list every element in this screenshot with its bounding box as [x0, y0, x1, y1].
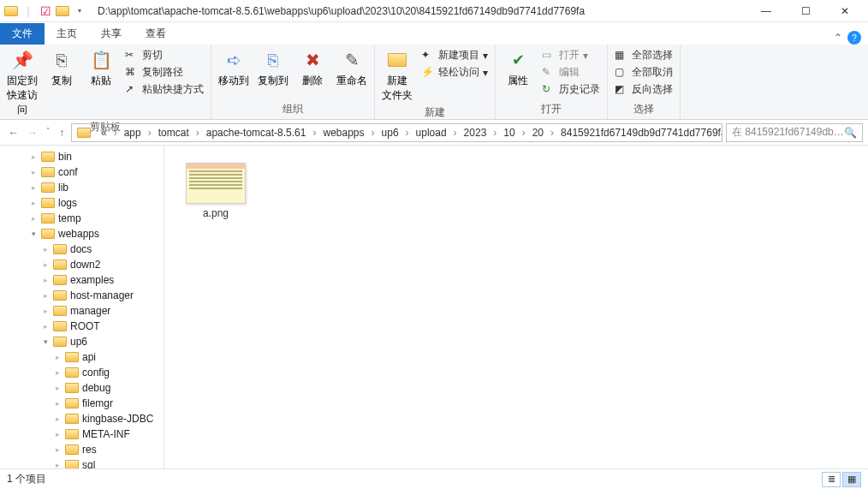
tab-view[interactable]: 查看: [134, 23, 178, 45]
breadcrumb-segment[interactable]: apache-tomcat-8.5.61: [201, 127, 312, 139]
select-none-button[interactable]: ▢全部取消: [615, 65, 673, 80]
breadcrumb-segment[interactable]: app: [119, 127, 146, 139]
tree-item[interactable]: ▸res: [0, 442, 163, 457]
tree-item[interactable]: ▸examples: [0, 272, 163, 288]
tree-item[interactable]: ▾up6: [0, 334, 163, 349]
invert-selection-button[interactable]: ◩反向选择: [615, 82, 673, 97]
ribbon-toggle-icon[interactable]: ⌃: [834, 32, 842, 44]
history-button[interactable]: ↻历史记录: [542, 82, 600, 97]
tree-item[interactable]: ▸debug: [0, 380, 163, 396]
breadcrumb-segment[interactable]: 8415921fd67149db9d7741dd7769fadd: [556, 127, 722, 139]
folder-tree[interactable]: ▸bin▸conf▸lib▸logs▸temp▾webapps▸docs▸dow…: [0, 146, 164, 468]
chevron-icon[interactable]: ▸: [53, 430, 62, 438]
recent-dropdown[interactable]: ˅: [46, 127, 51, 139]
chevron-icon[interactable]: ▸: [41, 307, 50, 315]
chevron-icon[interactable]: ▸: [41, 260, 50, 269]
back-button[interactable]: ←: [9, 127, 19, 139]
up-button[interactable]: ↑: [59, 127, 64, 139]
tab-file[interactable]: 文件: [0, 23, 45, 45]
forward-button[interactable]: →: [27, 127, 38, 139]
tree-item-label: temp: [58, 212, 81, 224]
tree-item[interactable]: ▸filemgr: [0, 396, 163, 411]
chevron-icon[interactable]: ▸: [29, 168, 38, 176]
pin-quick-access-button[interactable]: 📌 固定到 快速访问: [3, 46, 41, 119]
chevron-icon[interactable]: ▸: [41, 276, 50, 284]
easy-access-button[interactable]: ⚡轻松访问 ▾: [421, 65, 488, 80]
rename-button[interactable]: ✎重命名: [333, 46, 371, 90]
paste-button[interactable]: 📋 粘贴: [82, 46, 120, 90]
new-item-button[interactable]: ✦新建项目 ▾: [421, 48, 488, 63]
chevron-icon[interactable]: ▾: [29, 230, 38, 238]
select-all-button[interactable]: ▦全部选择: [615, 48, 673, 63]
delete-button[interactable]: ✖删除: [294, 46, 331, 90]
cut-button[interactable]: ✂剪切: [125, 48, 204, 63]
breadcrumb-bar[interactable]: «›app›tomcat›apache-tomcat-8.5.61›webapp…: [71, 123, 722, 142]
tree-item[interactable]: ▸down2: [0, 257, 163, 272]
tab-home[interactable]: 主页: [45, 23, 89, 45]
chevron-icon[interactable]: ▸: [29, 183, 38, 192]
close-button[interactable]: ✕: [825, 0, 865, 22]
chevron-icon[interactable]: ▸: [41, 291, 50, 300]
tree-item[interactable]: ▸docs: [0, 242, 163, 257]
chevron-icon[interactable]: ▸: [41, 322, 50, 331]
details-view-button[interactable]: ≣: [822, 472, 841, 487]
tab-share[interactable]: 共享: [89, 23, 134, 45]
open-button[interactable]: ▭打开 ▾: [542, 48, 600, 63]
tree-item-label: debug: [82, 382, 110, 394]
tree-item[interactable]: ▸host-manager: [0, 288, 163, 303]
paste-shortcut-button[interactable]: ↗粘贴快捷方式: [125, 82, 204, 97]
tree-item[interactable]: ▸sql: [0, 457, 163, 468]
tree-item[interactable]: ▸bin: [0, 149, 163, 164]
chevron-icon[interactable]: ▸: [53, 445, 62, 454]
chevron-icon[interactable]: ▾: [41, 337, 50, 346]
tree-item[interactable]: ▸manager: [0, 303, 163, 319]
new-folder-button[interactable]: 新建 文件夹: [378, 46, 416, 104]
qat-dropdown-icon[interactable]: ▾: [72, 3, 87, 19]
tree-item[interactable]: ▸logs: [0, 195, 163, 211]
tree-item[interactable]: ▸config: [0, 365, 163, 380]
tree-item[interactable]: ▸api: [0, 349, 163, 365]
breadcrumb-segment[interactable]: upload: [411, 127, 452, 139]
folder-open-icon[interactable]: [55, 3, 70, 19]
edit-button[interactable]: ✎编辑: [542, 65, 600, 80]
breadcrumb-segment[interactable]: 2023: [459, 127, 492, 139]
chevron-icon[interactable]: ▸: [29, 199, 38, 207]
breadcrumb-segment[interactable]: webapps: [318, 127, 369, 139]
folder-icon: [3, 3, 19, 19]
help-icon[interactable]: ?: [847, 31, 861, 45]
tree-item[interactable]: ▸conf: [0, 164, 163, 180]
breadcrumb-segment[interactable]: «: [96, 127, 112, 139]
tree-item[interactable]: ▸META-INF: [0, 426, 163, 442]
tree-item[interactable]: ▸ROOT: [0, 319, 163, 334]
chevron-icon[interactable]: ▸: [53, 368, 62, 377]
file-item[interactable]: a.png: [181, 163, 250, 219]
chevron-icon[interactable]: ▸: [53, 353, 62, 361]
breadcrumb-segment[interactable]: 20: [527, 127, 549, 139]
copy-to-button[interactable]: ⎘复制到: [254, 46, 292, 90]
copy-button[interactable]: ⎘ 复制: [43, 46, 80, 90]
chevron-icon[interactable]: ▸: [53, 414, 62, 423]
chevron-icon[interactable]: ▸: [53, 461, 62, 468]
tree-item[interactable]: ▸temp: [0, 211, 163, 226]
move-to-button[interactable]: ➪移动到: [215, 46, 253, 90]
chevron-icon[interactable]: ▸: [29, 214, 38, 223]
copy-path-button[interactable]: ⌘复制路径: [125, 65, 204, 80]
tree-item[interactable]: ▸lib: [0, 180, 163, 195]
tree-item[interactable]: ▸kingbase-JDBC: [0, 411, 163, 426]
chevron-icon[interactable]: ▸: [41, 245, 50, 253]
properties-button[interactable]: ✔属性: [499, 46, 537, 90]
content-pane[interactable]: a.png: [164, 146, 868, 468]
minimize-button[interactable]: —: [746, 0, 786, 22]
check-icon[interactable]: ☑: [38, 3, 53, 19]
chevron-icon[interactable]: ▸: [29, 152, 38, 161]
tiles-view-button[interactable]: ▦: [842, 472, 861, 487]
breadcrumb-segment[interactable]: up6: [377, 127, 404, 139]
breadcrumb-segment[interactable]: 10: [498, 127, 520, 139]
breadcrumb-root-icon[interactable]: [72, 128, 96, 138]
maximize-button[interactable]: ☐: [786, 0, 825, 22]
chevron-icon[interactable]: ▸: [53, 399, 62, 408]
chevron-icon[interactable]: ▸: [53, 384, 62, 392]
breadcrumb-segment[interactable]: tomcat: [153, 127, 194, 139]
search-input[interactable]: 在 8415921fd67149db9d7... 🔍: [726, 123, 863, 142]
tree-item[interactable]: ▾webapps: [0, 226, 163, 242]
